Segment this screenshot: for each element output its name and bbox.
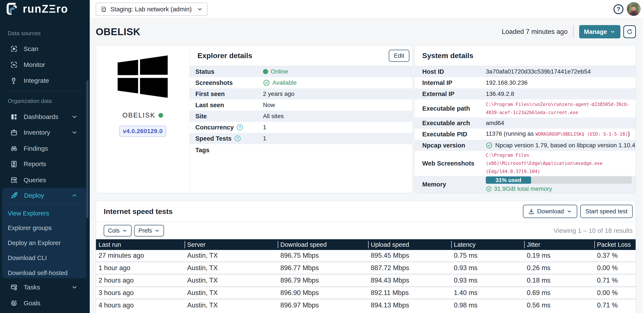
avatar-photo xyxy=(627,2,640,16)
rocket-icon xyxy=(10,192,18,199)
col-latency[interactable]: Latency xyxy=(451,239,524,250)
row-external-ip: External IP 136.49.2.8 xyxy=(414,88,636,100)
row-site: Site All sites xyxy=(190,111,412,122)
goals-target-icon xyxy=(10,300,18,307)
explorer-details-card: OBELISK v4.0.260129.0 Explorer details E… xyxy=(96,45,412,193)
avatar[interactable] xyxy=(627,2,640,16)
check-circle-icon xyxy=(486,186,492,192)
sidebar-item-inventory[interactable]: Inventory xyxy=(0,125,90,140)
row-concurrency: Concurrency 1 xyxy=(190,122,412,133)
section-label-organization-data: Organization data xyxy=(8,98,52,104)
runzero-mark-icon xyxy=(6,2,19,15)
chevron-down-icon xyxy=(610,29,616,35)
chevron-down-icon xyxy=(71,129,78,136)
explorer-details-title: Explorer details xyxy=(198,51,252,60)
sidebar: runZΞro Data sources Scan Monitor Integr… xyxy=(0,0,90,313)
manage-button[interactable]: Manage xyxy=(579,25,620,38)
table-row[interactable]: 4 hours agoAustin, TX896.97 Mbps894.13 M… xyxy=(96,300,636,311)
sidebar-item-deploy[interactable]: Deploy xyxy=(2,188,86,203)
explorer-details-pane: Explorer details Edit Status Online Scre… xyxy=(190,45,412,193)
col-download-speed[interactable]: Download speed xyxy=(278,239,368,250)
section-label-data-sources: Data sources xyxy=(8,30,40,37)
row-executable-path: Executable path C:\Program Files\runZero… xyxy=(414,100,636,118)
table-toolbar: Cols Prefs Viewing 1 – 10 of 18 results xyxy=(96,222,636,239)
sidebar-subitem-explorer-groups[interactable]: Explorer groups xyxy=(2,220,86,235)
help-circle-icon[interactable] xyxy=(236,124,243,131)
col-server[interactable]: Server xyxy=(184,239,278,250)
col-packet-loss[interactable]: Packet Loss xyxy=(594,239,636,250)
topbar: Staging: Lab network (admin) ? xyxy=(90,0,644,18)
binoculars-icon xyxy=(10,145,18,152)
chevron-down-icon xyxy=(197,6,203,12)
explorer-os-pane: OBELISK v4.0.260129.0 xyxy=(96,45,190,193)
sidebar-item-findings[interactable]: Findings xyxy=(0,141,90,156)
sidebar-item-goals[interactable]: Goals xyxy=(0,296,90,311)
organization-selector[interactable]: Staging: Lab network (admin) xyxy=(96,2,208,16)
sidebar-item-monitor[interactable]: Monitor xyxy=(0,57,90,72)
row-last-seen: Last seen Now xyxy=(190,100,412,111)
report-document-icon xyxy=(10,160,18,168)
query-search-icon xyxy=(10,176,18,184)
chevron-up-icon xyxy=(71,192,78,199)
help-button[interactable]: ? xyxy=(614,4,624,14)
row-first-seen: First seen 2 years ago xyxy=(190,88,412,100)
table-row[interactable]: 1 hour agoAustin, TX896.77 Mbps887.72 Mb… xyxy=(96,262,636,274)
start-speed-test-button[interactable]: Start speed test xyxy=(580,205,632,218)
cols-button[interactable]: Cols xyxy=(104,225,132,236)
refresh-button[interactable] xyxy=(624,25,636,38)
sidebar-subitem-download-cli[interactable]: Download CLI xyxy=(2,250,86,265)
table-row[interactable]: 3 hours agoAustin, TX896.90 Mbps892.11 M… xyxy=(96,287,636,299)
sidebar-item-scan[interactable]: Scan xyxy=(0,41,90,57)
chevron-down-icon xyxy=(566,209,572,214)
sidebar-subitem-view-explorers[interactable]: View Explorers xyxy=(2,206,86,221)
online-status-dot xyxy=(158,113,163,118)
memory-used-fill: 31% used xyxy=(486,176,531,184)
download-button[interactable]: Download xyxy=(523,205,577,218)
memory-usage-bar: 31% used xyxy=(486,176,632,184)
table-row[interactable]: 27 minutes agoAustin, TX896.75 Mbps895.4… xyxy=(96,250,636,261)
org-select-icon xyxy=(100,6,107,13)
table-header-row: Last run Server Download speed Upload sp… xyxy=(96,239,636,250)
sidebar-item-queries[interactable]: Queries xyxy=(0,172,90,188)
internet-speed-tests-card: Internet speed tests Download Start spee… xyxy=(96,201,636,313)
row-executable-pid: Executable PID 11376 (running as WORKGRO… xyxy=(414,129,636,140)
edit-button[interactable]: Edit xyxy=(389,50,409,62)
sidebar-subitem-deploy-an-explorer[interactable]: Deploy an Explorer xyxy=(2,235,86,250)
runzero-logo[interactable]: runZΞro xyxy=(6,2,68,15)
row-screenshots: Screenshots Available xyxy=(190,77,412,88)
col-jitter[interactable]: Jitter xyxy=(524,239,594,250)
help-circle-icon[interactable] xyxy=(234,135,241,142)
sidebar-scrollbar[interactable] xyxy=(86,80,88,218)
col-last-run[interactable]: Last run xyxy=(96,239,184,250)
page-header: OBELISK Loaded 7 minutes ago Manage xyxy=(96,23,636,40)
scan-icon xyxy=(10,45,18,52)
sidebar-item-integrate[interactable]: Integrate xyxy=(0,73,90,88)
page-title: OBELISK xyxy=(96,26,140,37)
deploy-divider xyxy=(2,203,86,203)
memory-total: 31.9GiB total memory xyxy=(486,185,632,192)
row-speed-tests: Speed Tests 1 xyxy=(190,133,412,144)
explorer-version-badge[interactable]: v4.0.260129.0 xyxy=(119,126,166,137)
deploy-section: Deploy View Explorers Explorer groups De… xyxy=(2,188,86,278)
download-icon xyxy=(528,208,534,215)
chevron-down-icon xyxy=(154,228,160,233)
explorer-hostname: OBELISK xyxy=(122,112,163,119)
chevron-down-icon xyxy=(122,228,127,233)
table-row[interactable]: 2 hours agoAustin, TX896.79 Mbps894.43 M… xyxy=(96,275,636,286)
row-internal-ip: Internal IP 192.168.30.236 xyxy=(414,77,636,88)
chevron-down-icon xyxy=(71,284,78,291)
sidebar-item-reports[interactable]: Reports xyxy=(0,156,90,172)
col-upload-speed[interactable]: Upload speed xyxy=(368,239,451,250)
prefs-button[interactable]: Prefs xyxy=(134,225,164,236)
refresh-icon xyxy=(626,28,633,35)
row-host-id: Host ID 3a70afa01720d33c539b17441e72eb54 xyxy=(414,66,636,77)
row-status: Status Online xyxy=(190,66,412,77)
system-details-title: System details xyxy=(422,51,473,60)
sidebar-item-dashboards[interactable]: Dashboards xyxy=(0,109,90,125)
runzero-wordmark: runZΞro xyxy=(23,2,68,15)
sidebar-subitem-download-self-hosted[interactable]: Download self-hosted xyxy=(2,265,86,280)
row-web-screenshots: Web Screenshots C:\Program Files(x86)\Mi… xyxy=(414,151,636,176)
chevron-down-icon xyxy=(71,114,78,120)
page-scrollbar[interactable] xyxy=(642,19,644,313)
sidebar-item-tasks[interactable]: Tasks xyxy=(0,280,90,295)
